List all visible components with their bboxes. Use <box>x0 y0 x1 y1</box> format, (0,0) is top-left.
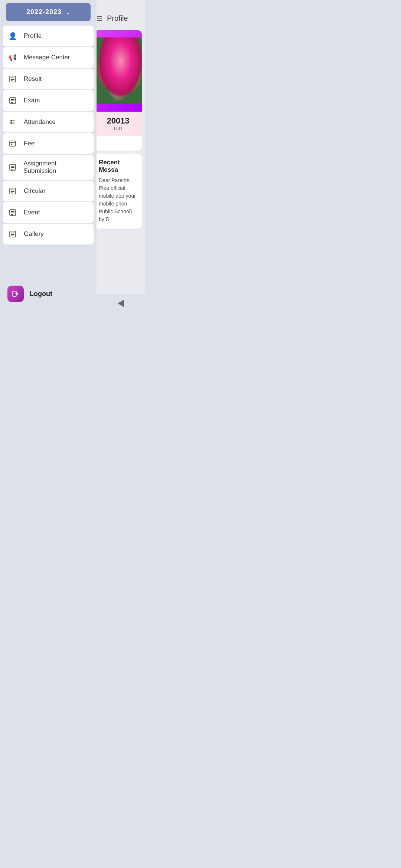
svg-rect-22 <box>11 191 14 192</box>
logout-label: Logout <box>30 290 52 298</box>
svg-rect-1 <box>11 78 14 78</box>
back-icon <box>118 300 124 307</box>
recent-messages-title: Recent Messa <box>99 159 137 174</box>
svg-rect-27 <box>11 214 13 215</box>
sidebar-item-message-center[interactable]: 📢 Message Center <box>3 47 94 68</box>
event-icon <box>7 207 18 218</box>
circular-icon <box>7 186 18 196</box>
sidebar-item-label: Exam <box>24 97 40 104</box>
svg-rect-30 <box>11 234 14 235</box>
sidebar-item-attendance[interactable]: Attendance <box>3 112 94 132</box>
svg-rect-15 <box>11 144 12 145</box>
logout-icon <box>7 286 24 302</box>
svg-rect-13 <box>10 141 16 146</box>
profile-panel-title: Profile <box>107 14 128 23</box>
profile-empty-section <box>94 136 142 151</box>
fee-icon <box>7 138 18 149</box>
sidebar-item-profile[interactable]: 👤 Profile <box>3 26 94 46</box>
sidebar-item-label: Gallery <box>24 230 44 238</box>
svg-rect-7 <box>11 102 13 103</box>
svg-rect-5 <box>11 99 14 100</box>
drawer: 2022-2023 ⌄ 👤 Profile 📢 Message Center R… <box>0 0 97 313</box>
sidebar-item-result[interactable]: Result <box>3 69 94 89</box>
svg-rect-3 <box>11 80 13 81</box>
sidebar-item-label: Assignment Submission <box>23 160 89 175</box>
svg-rect-6 <box>11 101 14 101</box>
sidebar-item-assignment[interactable]: Assignment Submission <box>3 155 94 180</box>
sidebar-item-label: Circular <box>24 187 46 195</box>
sidebar-item-circular[interactable]: Circular <box>3 181 94 201</box>
menu-list: 👤 Profile 📢 Message Center Result <box>0 26 97 279</box>
exam-icon <box>7 95 18 106</box>
sidebar-item-label: Event <box>24 209 40 216</box>
svg-rect-21 <box>11 190 14 190</box>
sidebar-item-label: Attendance <box>24 118 56 126</box>
profile-uid-section: 20013 UID <box>94 112 142 136</box>
megaphone-icon: 📢 <box>7 52 18 63</box>
chevron-down-icon: ⌄ <box>65 9 70 16</box>
svg-rect-26 <box>11 213 14 213</box>
svg-rect-2 <box>11 79 14 80</box>
profile-image-wrapper <box>94 30 142 112</box>
nav-back-button[interactable] <box>115 298 126 309</box>
svg-rect-25 <box>11 211 14 212</box>
year-selector-text: 2022-2023 <box>26 8 62 16</box>
svg-rect-23 <box>11 193 13 193</box>
profile-header: ☰ Profile <box>91 0 145 27</box>
svg-rect-19 <box>11 169 13 170</box>
gallery-icon <box>7 229 18 239</box>
sidebar-item-gallery[interactable]: Gallery <box>3 224 94 244</box>
profile-card: 20013 UID <box>94 30 142 151</box>
sidebar-item-label: Message Center <box>24 54 70 61</box>
profile-uid-label: UID <box>99 126 137 131</box>
hamburger-icon[interactable]: ☰ <box>97 14 102 23</box>
recent-messages-card: Recent Messa Dear Parents, Plea official… <box>94 154 142 228</box>
result-icon <box>7 74 18 84</box>
profile-image <box>94 37 142 104</box>
svg-rect-17 <box>11 166 14 167</box>
profile-uid-number: 20013 <box>99 116 137 126</box>
year-selector[interactable]: 2022-2023 ⌄ <box>6 3 91 21</box>
sidebar-item-fee[interactable]: Fee <box>3 133 94 154</box>
recent-messages-text: Dear Parents, Plea official mobile app y… <box>99 177 137 223</box>
svg-rect-31 <box>11 236 13 236</box>
profile-panel: ☰ Profile 20013 UID Recent Messa Dear Pa… <box>91 0 145 313</box>
profile-icon: 👤 <box>7 31 18 41</box>
sidebar-item-event[interactable]: Event <box>3 202 94 223</box>
sidebar-item-label: Fee <box>24 140 35 147</box>
svg-rect-29 <box>11 233 14 233</box>
sidebar-item-exam[interactable]: Exam <box>3 90 94 111</box>
svg-rect-18 <box>11 167 14 168</box>
sidebar-item-label: Profile <box>24 32 42 40</box>
logout-button[interactable]: Logout <box>0 280 97 307</box>
assignment-icon <box>7 162 17 172</box>
attendance-icon <box>7 117 18 127</box>
rose-flower-image <box>94 37 142 104</box>
sidebar-item-label: Result <box>24 75 42 83</box>
